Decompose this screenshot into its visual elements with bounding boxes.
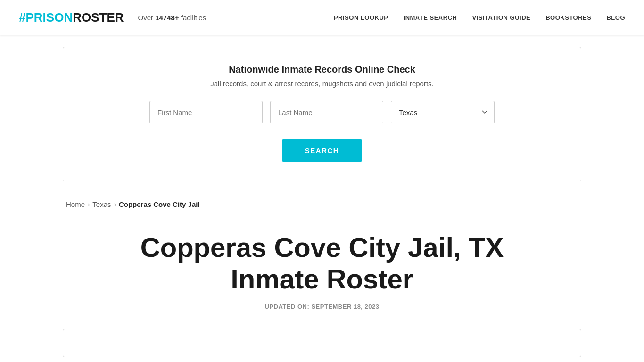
breadcrumb-state[interactable]: Texas [92,200,111,208]
breadcrumb: Home › Texas › Copperas Cove City Jail [66,193,644,218]
logo-roster: ROSTER [73,10,124,25]
first-name-input[interactable] [149,101,263,123]
chevron-right-icon-2: › [114,201,116,208]
logo-link[interactable]: #PRISONROSTER [19,10,124,25]
nav-prison-lookup[interactable]: PRISON LOOKUP [334,14,388,21]
facilities-count-text: Over 14748+ facilities [138,14,206,22]
search-section-title: Nationwide Inmate Records Online Check [82,64,562,75]
updated-on: UPDATED ON: SEPTEMBER 18, 2023 [9,303,635,310]
last-name-input[interactable] [270,101,383,123]
state-select[interactable]: AlabamaAlaskaArizonaArkansasCaliforniaCo… [391,101,495,123]
nav-inmate-search[interactable]: INMATE SEARCH [404,14,457,21]
search-button[interactable]: SEARCH [282,139,362,162]
search-btn-row: SEARCH [82,139,562,162]
logo-prison: PRISON [25,10,73,25]
search-form: AlabamaAlaskaArizonaArkansasCaliforniaCo… [82,101,562,162]
logo-hash: # [19,10,25,25]
site-header: #PRISONROSTER Over 14748+ facilities PRI… [0,0,644,35]
chevron-right-icon: › [88,201,90,208]
search-section: Nationwide Inmate Records Online Check J… [63,47,581,181]
search-section-subtitle: Jail records, court & arrest records, mu… [82,80,562,88]
bottom-content-card [63,329,581,357]
breadcrumb-current: Copperas Cove City Jail [119,200,200,208]
nav-blog[interactable]: BLOG [606,14,625,21]
main-nav: PRISON LOOKUP INMATE SEARCH VISITATION G… [334,14,625,21]
nav-visitation-guide[interactable]: VISITATION GUIDE [472,14,530,21]
page-title: Copperas Cove City Jail, TX Inmate Roste… [110,232,534,295]
page-title-section: Copperas Cove City Jail, TX Inmate Roste… [0,218,644,320]
nav-bookstores[interactable]: BOOKSTORES [545,14,591,21]
breadcrumb-home[interactable]: Home [66,200,85,208]
